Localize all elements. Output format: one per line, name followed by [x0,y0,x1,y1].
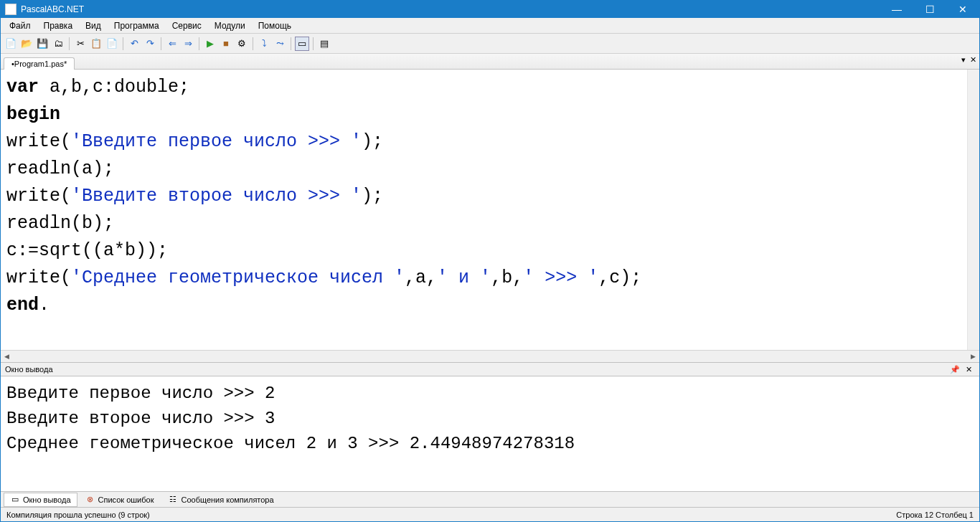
compile-icon[interactable]: ⚙ [235,37,249,51]
output-tab-icon: ▭ [10,495,20,505]
toolbar-separator [123,37,123,50]
bottom-tabbar: ▭ Окно вывода ⊗ Список ошибок ☷ Сообщени… [1,491,979,507]
scroll-left-icon[interactable]: ◀ [1,351,13,362]
step-into-icon[interactable]: ⤵ [257,37,271,51]
toolbar-separator [253,37,253,50]
redo-icon[interactable]: ↷ [143,37,157,51]
cut-icon[interactable]: ✂ [73,37,88,51]
menu-program[interactable]: Программа [108,19,165,32]
save-icon[interactable]: 💾 [35,37,50,51]
toolbar-separator [199,37,199,50]
code-string: 'Введите первое число >>> ' [71,131,362,152]
app-icon [5,4,17,15]
save-all-icon[interactable]: 🗂 [51,37,65,51]
code-text: write( [6,267,71,288]
status-left: Компиляция прошла успешно (9 строк) [6,511,150,519]
bottom-tab-output[interactable]: ▭ Окно вывода [4,493,77,507]
menu-edit[interactable]: Правка [38,19,79,32]
new-file-icon[interactable]: 📄 [4,37,18,51]
code-text: ); [362,186,383,207]
output-panel-header[interactable]: Окно вывода 📌 ✕ [1,362,979,376]
menu-file[interactable]: Файл [4,19,37,32]
panel-close-icon[interactable]: ✕ [963,365,975,374]
tab-close-icon[interactable]: ✕ [970,55,976,65]
code-text: a,b,c:double; [39,77,189,98]
pin-icon[interactable]: 📌 [947,365,963,374]
editor-tabbar: •Program1.pas* ▾ ✕ [1,54,979,70]
maximize-button[interactable]: ☐ [913,1,946,18]
horizontal-scrollbar[interactable]: ◀ ▶ [1,350,979,362]
code-text: readln(b); [6,213,114,234]
code-string: 'Среднее геометрическое чисел ' [71,267,405,288]
toolbar-separator [161,37,161,50]
compiler-tab-icon: ☷ [168,495,178,505]
code-keyword: var [6,77,39,98]
toggle-output-icon[interactable]: ▭ [295,37,309,51]
code-keyword: begin [6,104,60,125]
step-over-icon[interactable]: ⤳ [273,37,287,51]
titlebar[interactable]: PascalABC.NET — ☐ ✕ [1,1,979,18]
bottom-tab-label: Окно вывода [23,495,71,504]
copy-icon[interactable]: 📋 [89,37,103,51]
window-controls: — ☐ ✕ [880,1,979,18]
scroll-right-icon[interactable]: ▶ [967,351,979,362]
output-panel[interactable]: Введите первое число >>> 2 Введите второ… [1,376,979,491]
errors-tab-icon: ⊗ [85,495,95,505]
code-string: ' и ' [437,267,491,288]
code-text: ,c); [598,267,641,288]
bottom-tab-label: Сообщения компилятора [181,495,273,504]
output-line: Среднее геометрическое чисел 2 и 3 >>> 2… [6,434,575,453]
app-title: PascalABC.NET [21,4,880,14]
minimize-button[interactable]: — [880,1,913,18]
code-string: ' >>> ' [523,267,598,288]
tab-dropdown-icon[interactable]: ▾ [961,55,966,65]
project-explorer-icon[interactable]: ▤ [317,37,331,51]
code-text: ); [362,131,383,152]
code-keyword: end [6,295,39,315]
menu-view[interactable]: Вид [80,19,107,32]
open-file-icon[interactable]: 📂 [19,37,34,51]
nav-back-icon[interactable]: ⇐ [165,37,179,51]
undo-icon[interactable]: ↶ [127,37,141,51]
nav-fwd-icon[interactable]: ⇒ [181,37,195,51]
run-icon[interactable]: ▶ [203,37,217,51]
code-text: write( [6,131,71,152]
output-panel-title: Окно вывода [5,365,53,374]
bottom-tab-label: Список ошибок [98,495,154,504]
code-editor[interactable]: var a,b,c:double; begin write('Введите п… [1,70,979,350]
editor-area: var a,b,c:double; begin write('Введите п… [1,70,979,362]
code-text: c:=sqrt((a*b)); [6,240,168,261]
menu-help[interactable]: Помощь [253,19,297,32]
paste-icon[interactable]: 📄 [105,37,119,51]
toolbar: 📄 📂 💾 🗂 ✂ 📋 📄 ↶ ↷ ⇐ ⇒ ▶ ■ ⚙ ⤵ ⤳ ▭ ▤ [1,34,979,54]
code-text: ,a, [405,267,437,288]
code-string: 'Введите второе число >>> ' [71,186,362,207]
code-text: . [39,295,50,315]
scroll-track[interactable] [13,351,967,362]
tab-program1[interactable]: •Program1.pas* [4,57,75,70]
menu-modules[interactable]: Модули [209,19,251,32]
bottom-tab-errors[interactable]: ⊗ Список ошибок [79,493,161,507]
toolbar-separator [291,37,291,50]
code-text: write( [6,186,71,207]
status-right: Строка 12 Столбец 1 [896,511,974,519]
output-line: Введите второе число >>> 3 [6,409,275,428]
statusbar: Компиляция прошла успешно (9 строк) Стро… [1,507,979,521]
bottom-tab-compiler[interactable]: ☷ Сообщения компилятора [161,493,280,507]
output-line: Введите первое число >>> 2 [6,384,275,403]
code-text: readln(a); [6,158,114,179]
close-button[interactable]: ✕ [946,1,979,18]
menubar: Файл Правка Вид Программа Сервис Модули … [1,18,979,34]
vertical-scrollbar[interactable] [967,70,979,350]
stop-icon[interactable]: ■ [219,37,233,51]
code-text: ,b, [491,267,523,288]
menu-service[interactable]: Сервис [166,19,207,32]
app-window: PascalABC.NET — ☐ ✕ Файл Правка Вид Прог… [0,0,980,522]
toolbar-separator [313,37,314,50]
toolbar-separator [69,37,70,50]
